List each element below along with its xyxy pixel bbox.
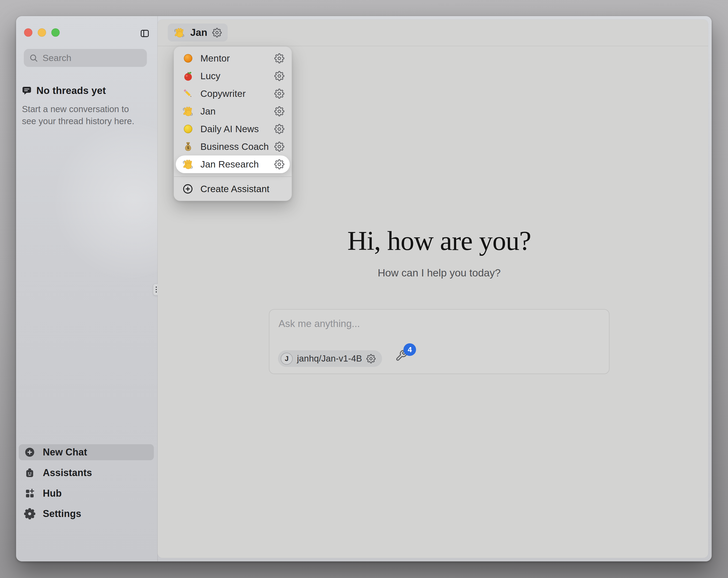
model-selector-button[interactable]: J janhq/Jan-v1-4B xyxy=(278,350,382,367)
gear-icon xyxy=(274,142,284,152)
sidebar-item-settings[interactable]: Settings xyxy=(19,506,154,522)
model-name: janhq/Jan-v1-4B xyxy=(297,353,362,364)
assistant-selector-button[interactable]: Jan xyxy=(168,24,228,42)
sidebar-toggle-button[interactable] xyxy=(140,28,150,39)
yellow-circle-icon xyxy=(182,123,194,135)
assistant-menu-label: Jan xyxy=(200,106,274,117)
greeting-block: Hi, how are you? How can I help you toda… xyxy=(269,225,609,279)
gear-icon xyxy=(274,106,284,117)
assistant-menu-label: Lucy xyxy=(200,71,274,81)
waving-hand-icon xyxy=(182,158,194,170)
assistant-menu-label: Jan Research xyxy=(200,159,274,170)
plus-circle-icon xyxy=(24,447,35,458)
assistant-menu-label: Copywriter xyxy=(200,88,274,99)
greeting-subtitle: How can I help you today? xyxy=(269,267,609,279)
gear-icon xyxy=(274,124,284,134)
zoom-button[interactable] xyxy=(51,28,60,37)
minimize-button[interactable] xyxy=(38,28,46,37)
assistant-menu-item-lucy[interactable]: Lucy xyxy=(176,67,290,85)
empty-state-header: No threads yet xyxy=(21,85,106,96)
sidebar-item-label: New Chat xyxy=(43,447,87,458)
assistant-robot-icon xyxy=(24,467,35,478)
assistant-item-gear-button[interactable] xyxy=(274,106,284,117)
pencil-icon xyxy=(182,88,194,100)
assistant-item-gear-button[interactable] xyxy=(274,124,284,134)
assistant-item-gear-button[interactable] xyxy=(274,89,284,99)
chat-input[interactable] xyxy=(269,309,609,344)
gear-icon xyxy=(274,159,284,169)
empty-state-description: Start a new conversation to see your thr… xyxy=(22,103,143,127)
red-apple-icon xyxy=(182,70,194,82)
plus-circle-outline-icon xyxy=(182,183,193,195)
hub-grid-icon xyxy=(24,488,35,499)
main-panel: Jan Mentor Lucy Copywriter xyxy=(158,20,708,558)
current-assistant-label: Jan xyxy=(190,27,207,38)
tools-count-badge: 4 xyxy=(404,343,416,356)
model-settings-gear-icon[interactable] xyxy=(366,354,375,363)
window-controls xyxy=(24,28,60,37)
search-input[interactable] xyxy=(43,53,161,63)
model-avatar: J xyxy=(281,353,293,365)
assistant-item-gear-button[interactable] xyxy=(274,142,284,152)
assistant-item-gear-button[interactable] xyxy=(274,71,284,81)
app-window: No threads yet Start a new conversation … xyxy=(16,16,712,561)
sidebar-item-new-chat[interactable]: New Chat xyxy=(19,444,154,460)
sidebar-item-assistants[interactable]: Assistants xyxy=(19,465,154,481)
chat-composer[interactable]: J janhq/Jan-v1-4B 4 xyxy=(269,309,609,374)
search-box[interactable] xyxy=(24,49,147,67)
assistant-menu-item-daily-ai-news[interactable]: Daily AI News xyxy=(176,120,290,138)
sidebar: No threads yet Start a new conversation … xyxy=(16,16,157,561)
create-assistant-label: Create Assistant xyxy=(200,183,269,194)
assistant-menu-item-jan-research-selected[interactable]: Jan Research xyxy=(176,155,290,173)
assistant-menu-label: Business Coach xyxy=(200,141,274,152)
waving-hand-icon xyxy=(182,105,194,117)
orange-circle-icon xyxy=(182,52,194,64)
panel-left-icon xyxy=(140,28,150,39)
main-header: Jan xyxy=(158,20,708,46)
greeting-title: Hi, how are you? xyxy=(269,225,609,256)
sidebar-item-hub[interactable]: Hub xyxy=(19,485,154,501)
gear-icon xyxy=(274,71,284,81)
gear-icon xyxy=(274,89,284,99)
assistant-menu-item-copywriter[interactable]: Copywriter xyxy=(176,85,290,102)
sidebar-item-label: Assistants xyxy=(43,467,92,478)
sidebar-item-label: Hub xyxy=(43,488,62,499)
assistant-menu-label: Daily AI News xyxy=(200,124,274,134)
money-bag-icon xyxy=(182,141,194,153)
sidebar-item-label: Settings xyxy=(43,508,81,520)
create-assistant-button[interactable]: Create Assistant xyxy=(176,180,290,198)
search-icon xyxy=(29,53,38,62)
close-button[interactable] xyxy=(24,28,32,37)
waving-hand-icon xyxy=(174,27,185,39)
assistant-dropdown-menu: Mentor Lucy Copywriter Jan Daily AI xyxy=(174,46,292,201)
menu-separator xyxy=(174,176,292,177)
assistant-item-gear-button[interactable] xyxy=(274,159,284,169)
assistant-menu-item-mentor[interactable]: Mentor xyxy=(176,50,290,67)
assistant-menu-item-jan[interactable]: Jan xyxy=(176,102,290,120)
chat-bubble-icon xyxy=(21,85,32,96)
assistant-item-gear-button[interactable] xyxy=(274,53,284,64)
empty-state-title: No threads yet xyxy=(36,85,106,96)
assistant-menu-item-business-coach[interactable]: Business Coach xyxy=(176,138,290,155)
gear-icon xyxy=(274,53,284,64)
assistant-menu-label: Mentor xyxy=(200,53,274,64)
assistant-settings-gear-icon[interactable] xyxy=(212,28,222,37)
settings-gear-icon xyxy=(24,508,35,520)
